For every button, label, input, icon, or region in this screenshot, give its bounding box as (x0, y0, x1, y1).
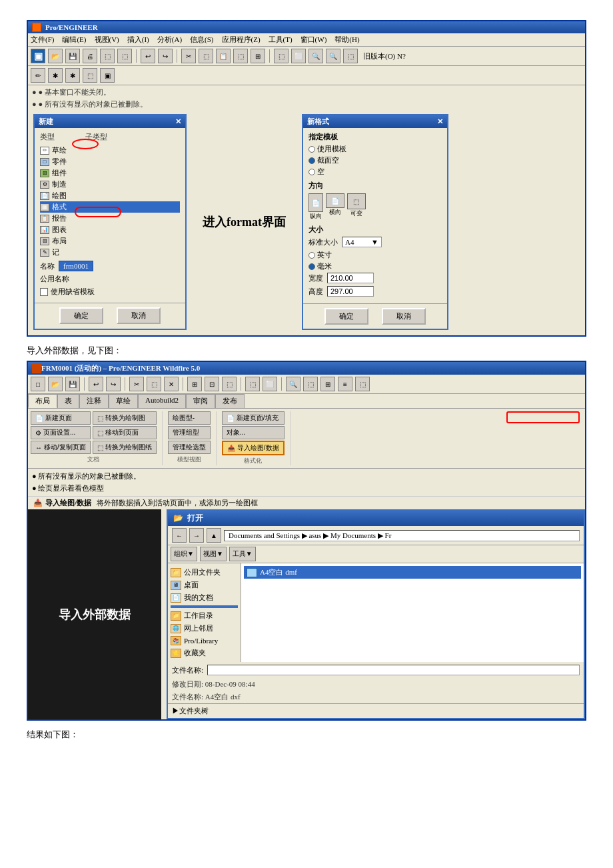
prm-tb-7[interactable]: ⊡ (205, 377, 219, 391)
prm-tb-save[interactable]: 💾 (65, 377, 80, 391)
filename-input[interactable] (207, 665, 580, 675)
manage-select-btn[interactable]: 管理绘选型 (168, 441, 211, 454)
landscape-icon-item[interactable]: 📄 横向 (326, 193, 344, 221)
convert-drawing2-btn[interactable]: ⬚ 转换为绘制图纸 (93, 441, 157, 454)
tree-item-layout[interactable]: ⊞ 布局 (40, 235, 180, 247)
prm-tb-6[interactable]: ⊞ (187, 377, 202, 391)
tb2-btn-5[interactable]: ▣ (100, 68, 115, 83)
file-up-btn[interactable]: ▲ (207, 528, 221, 543)
menu-tools[interactable]: 工具(T) (269, 35, 293, 45)
tab-autobuild[interactable]: Autobuild2 (138, 394, 186, 408)
tb-btn-11[interactable]: 🔍 (326, 49, 340, 63)
tb-btn-5[interactable]: ⬚ (117, 49, 132, 63)
import-drawing-btn[interactable]: 📥 导入绘图/数据 (222, 441, 285, 455)
use-template-radio[interactable] (308, 146, 315, 153)
manage-type-btn[interactable]: 管理组型 (168, 426, 211, 439)
tb-btn-8[interactable]: ⬚ (274, 49, 289, 63)
empty-opt-1[interactable]: 截面空 (308, 155, 442, 165)
new-dialog-ok[interactable]: 确定 (59, 307, 103, 324)
name-value[interactable]: frm0001 (59, 261, 93, 271)
new-format-cancel[interactable]: 取消 (382, 308, 426, 325)
move-copy-btn[interactable]: ↔ 移动/复制页面 (31, 441, 91, 454)
tree-item-chart[interactable]: 📊 图表 (40, 224, 180, 235)
nav-favorites[interactable]: ⭐ 收藏夹 (171, 647, 238, 659)
tree-item-assembly[interactable]: ⊞ 组件 (40, 167, 180, 179)
tree-item-note[interactable]: ✎ 记 (40, 247, 180, 258)
new-page-btn[interactable]: 📄 新建页面 (31, 411, 91, 425)
new-format-close[interactable]: ✕ (437, 117, 443, 126)
tb2-btn-4[interactable]: ⬚ (83, 68, 97, 83)
tb2-btn-1[interactable]: ✏ (31, 68, 45, 83)
tb-btn-7[interactable]: ⊞ (251, 49, 265, 63)
prm-tb-12[interactable]: ⬚ (303, 377, 318, 391)
organize-btn[interactable]: 组织▼ (171, 547, 197, 561)
new-dialog-close[interactable]: ✕ (175, 117, 181, 126)
file-back-btn[interactable]: ← (172, 528, 187, 543)
new-button[interactable]: ▣ (31, 49, 45, 63)
drawing-type-btn[interactable]: 绘图型- (168, 411, 211, 425)
tb2-btn-2[interactable]: ✱ (48, 68, 63, 83)
paste-button[interactable]: 📋 (216, 49, 231, 63)
template-checkbox[interactable] (40, 288, 48, 296)
tools-btn[interactable]: 工具▼ (229, 547, 256, 561)
menu-edit[interactable]: 编辑(E) (62, 35, 86, 45)
empty-opt-2[interactable]: 空 (308, 167, 442, 177)
save-button[interactable]: 💾 (65, 49, 80, 63)
copy-button[interactable]: ⬚ (199, 49, 213, 63)
height-input[interactable] (327, 286, 374, 297)
variable-icon-item[interactable]: ⬚ 可变 (347, 193, 366, 221)
prm-tb-9[interactable]: ⬚ (245, 377, 260, 391)
tab-annotation[interactable]: 注释 (79, 394, 109, 408)
tree-item-format[interactable]: ▦ 格式 (40, 201, 180, 213)
use-template-opt[interactable]: 使用模板 (308, 144, 442, 154)
new-format-ok[interactable]: 确定 (324, 308, 368, 325)
menu-app[interactable]: 应用程序(Z) (222, 35, 261, 45)
tree-item-mfg[interactable]: ⚙ 制造 (40, 179, 180, 190)
empty-radio[interactable] (308, 157, 315, 164)
prm-tb-redo[interactable]: ↪ (106, 377, 121, 391)
tb2-btn-3[interactable]: ✱ (65, 68, 80, 83)
prm-tb-5[interactable]: ✕ (164, 377, 179, 391)
tab-table[interactable]: 表 (57, 394, 79, 408)
prm-tb-new[interactable]: □ (31, 377, 45, 391)
cut-button[interactable]: ✂ (181, 49, 196, 63)
tb-btn-6[interactable]: ⬚ (233, 49, 248, 63)
tree-item-drawing[interactable]: 📄 绘图 (40, 190, 180, 201)
menu-info[interactable]: 信息(S) (190, 35, 213, 45)
prm-tb-13[interactable]: ⊞ (320, 377, 335, 391)
move-to-page-btn[interactable]: ⬚ 移动到页面 (93, 426, 157, 439)
object-btn[interactable]: 对象... (222, 426, 285, 439)
prm-tb-11[interactable]: 🔍 (286, 377, 301, 391)
nav-public-folders[interactable]: 📁 公用文件夹 (171, 566, 238, 579)
empty2-radio[interactable] (308, 169, 315, 175)
nav-network[interactable]: 🌐 网上邻居 (171, 622, 238, 635)
menu-window[interactable]: 窗口(W) (301, 35, 327, 45)
tb-btn-12[interactable]: ⬚ (343, 49, 358, 63)
page-settings-btn[interactable]: ⚙ 页面设置... (31, 426, 91, 439)
nav-pro-library[interactable]: 📚 Pro/Library (171, 635, 238, 647)
view-btn[interactable]: 视图▼ (200, 547, 227, 561)
portrait-icon-item[interactable]: 📄 纵向 (308, 193, 323, 221)
undo-button[interactable]: ↩ (141, 49, 155, 63)
tb-btn-9[interactable]: ⬜ (291, 49, 306, 63)
tab-review[interactable]: 审阅 (186, 394, 215, 408)
tb-btn-10[interactable]: 🔍 (308, 49, 323, 63)
prm-tb-cut[interactable]: ✂ (129, 377, 144, 391)
tab-publish[interactable]: 发布 (215, 394, 245, 408)
file-tree-section[interactable]: ▶文件夹树 (168, 703, 584, 718)
tree-item-sketch[interactable]: ✏ 草绘 (40, 145, 180, 156)
tab-sketch[interactable]: 草绘 (109, 394, 138, 408)
mm-radio[interactable] (308, 263, 315, 270)
tab-layout[interactable]: 布局 (28, 394, 57, 408)
width-input[interactable] (327, 273, 374, 283)
menu-analysis[interactable]: 分析(A) (157, 35, 182, 45)
prm-tb-copy[interactable]: ⬚ (147, 377, 161, 391)
prm-tb-8[interactable]: ⬚ (222, 377, 237, 391)
redo-button[interactable]: ↪ (158, 49, 173, 63)
new-fill-btn[interactable]: 📄 新建页面/填充 (222, 411, 285, 425)
nav-desktop[interactable]: 🖥 桌面 (171, 579, 238, 591)
prm-tb-14[interactable]: ≡ (338, 377, 352, 391)
inch-opt[interactable]: 英寸 (308, 250, 442, 260)
nav-my-docs[interactable]: 📄 我的文档 (171, 591, 238, 604)
open-button[interactable]: 📂 (48, 49, 63, 63)
